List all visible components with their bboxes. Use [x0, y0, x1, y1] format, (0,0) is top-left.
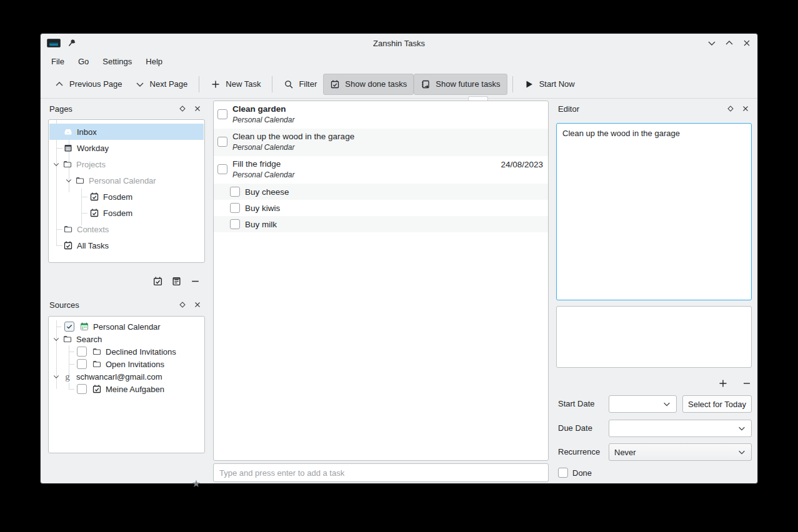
tree-item-label: Open Invitations	[106, 360, 164, 369]
task-title-editor[interactable]: Clean up the wood in the garage	[556, 123, 752, 300]
menu-go[interactable]: Go	[71, 54, 96, 69]
task-checkbox[interactable]	[230, 219, 240, 229]
due-date-combobox[interactable]	[609, 420, 752, 437]
titlebar[interactable]: Zanshin Tasks	[41, 34, 757, 52]
toolbar-separator	[199, 76, 199, 92]
source-item-personal-calendar[interactable]: Personal Calendar	[49, 320, 204, 333]
source-item-declined-invitations[interactable]: Declined Invitations	[49, 345, 204, 358]
star-icon: ★	[192, 478, 201, 490]
source-checkbox[interactable]	[77, 347, 87, 357]
select-for-today-button[interactable]: Select for Today	[682, 395, 752, 413]
add-context-button[interactable]	[171, 275, 182, 287]
filter-button[interactable]: Filter	[277, 74, 323, 94]
next-page-button[interactable]: Next Page	[129, 74, 194, 94]
plus-icon	[718, 378, 728, 388]
task-icon	[63, 240, 73, 250]
minimize-button[interactable]	[706, 37, 717, 49]
add-project-button[interactable]	[152, 275, 163, 287]
recurrence-combobox[interactable]: Never	[609, 443, 752, 461]
quick-add-task-input[interactable]	[213, 463, 549, 482]
default-source-button[interactable]: ★	[191, 478, 202, 489]
splitter-handle[interactable]	[468, 96, 488, 101]
sidebar-item-projects[interactable]: Projects	[49, 156, 204, 172]
sidebar-item-workday[interactable]: Workday	[49, 140, 204, 156]
source-item-open-invitations[interactable]: Open Invitations	[49, 358, 204, 370]
float-panel-icon[interactable]	[726, 104, 735, 113]
new-task-button[interactable]: New Task	[204, 74, 267, 94]
sidebar-item-inbox[interactable]: Inbox	[49, 124, 204, 140]
chevron-down-icon[interactable]	[52, 335, 60, 343]
task-row-buy-milk[interactable]: Buy milk	[214, 216, 548, 232]
folder-icon	[92, 359, 102, 369]
show-future-tasks-toggle[interactable]: Show future tasks	[414, 74, 507, 95]
start-now-button[interactable]: Start Now	[518, 74, 581, 94]
tree-item-label: schwancarl@gmail.com	[76, 372, 162, 382]
task-row-clean-garden[interactable]: Clean garden Personal Calendar	[214, 101, 548, 129]
task-checkbox[interactable]	[217, 137, 227, 147]
done-label: Done	[572, 468, 592, 478]
source-item-meine-aufgaben[interactable]: Meine Aufgaben	[49, 383, 204, 395]
task-checkbox[interactable]	[230, 203, 240, 213]
task-checkbox[interactable]	[217, 164, 227, 174]
pages-panel-title: Pages	[49, 104, 178, 114]
sidebar-item-fosdem-1[interactable]: Fosdem	[49, 189, 204, 205]
due-date-label: Due Date	[558, 423, 592, 433]
maximize-button[interactable]	[724, 37, 735, 49]
start-date-combobox[interactable]	[609, 395, 677, 413]
sidebar-item-all-tasks[interactable]: All Tasks	[49, 237, 204, 254]
float-panel-icon[interactable]	[178, 104, 187, 113]
tree-item-label: Personal Calendar	[93, 322, 161, 332]
task-description-editor[interactable]	[556, 306, 752, 368]
tree-item-label: Inbox	[77, 127, 97, 137]
folder-icon	[75, 175, 85, 185]
source-item-gmail-account[interactable]: g schwancarl@gmail.com	[49, 370, 204, 383]
pages-tree: Inbox Workday Projects Personal Calendar…	[48, 119, 205, 263]
close-button[interactable]	[741, 37, 752, 49]
source-checkbox[interactable]	[77, 384, 87, 394]
source-checkbox[interactable]	[77, 359, 87, 369]
note-icon	[171, 276, 182, 287]
menu-settings[interactable]: Settings	[96, 54, 139, 69]
chevron-down-icon	[662, 400, 671, 408]
task-icon	[89, 208, 99, 218]
close-panel-icon[interactable]	[193, 104, 202, 113]
calendar-check-icon	[330, 79, 340, 89]
task-subtitle: Personal Calendar	[232, 170, 501, 179]
chevron-down-icon[interactable]	[65, 177, 72, 184]
menu-help[interactable]: Help	[139, 54, 169, 69]
previous-page-button[interactable]: Previous Page	[48, 74, 129, 94]
task-row-fill-fridge[interactable]: Fill the fridge Personal Calendar 24/08/…	[214, 156, 548, 184]
source-item-search[interactable]: Search	[49, 333, 204, 345]
start-now-label: Start Now	[539, 79, 575, 89]
float-panel-icon[interactable]	[178, 300, 187, 309]
chevron-down-icon	[737, 424, 746, 433]
sidebar-item-contexts[interactable]: Contexts	[49, 221, 204, 237]
done-checkbox[interactable]	[558, 468, 568, 478]
tree-item-label: Fosdem	[103, 209, 132, 218]
remove-page-button[interactable]	[189, 275, 201, 287]
chevron-down-icon[interactable]	[52, 160, 60, 168]
chevron-down-icon	[135, 79, 145, 89]
show-done-tasks-toggle[interactable]: Show done tasks	[323, 74, 414, 95]
task-checkbox[interactable]	[230, 187, 240, 197]
task-icon	[89, 192, 99, 202]
task-row-clean-wood[interactable]: Clean up the wood in the garage Personal…	[214, 129, 548, 156]
next-page-label: Next Page	[150, 79, 188, 89]
pages-panel: Pages Inbox Workday	[44, 101, 207, 290]
previous-page-label: Previous Page	[69, 79, 122, 89]
sidebar-item-fosdem-2[interactable]: Fosdem	[49, 205, 204, 221]
remove-attachment-button[interactable]	[741, 378, 752, 389]
add-attachment-button[interactable]	[717, 378, 729, 389]
menubar: File Go Settings Help	[41, 52, 757, 70]
close-panel-icon[interactable]	[741, 104, 750, 113]
tree-item-label: Search	[76, 335, 102, 344]
menu-file[interactable]: File	[44, 54, 71, 69]
close-panel-icon[interactable]	[193, 300, 202, 309]
source-checkbox-checked[interactable]	[64, 322, 74, 332]
task-row-buy-kiwis[interactable]: Buy kiwis	[214, 200, 548, 216]
task-row-buy-cheese[interactable]: Buy cheese	[214, 184, 548, 200]
chevron-down-icon[interactable]	[52, 373, 60, 380]
task-checkbox[interactable]	[217, 109, 227, 119]
sources-panel: Sources Personal Calendar Search	[44, 297, 207, 481]
sidebar-item-personal-calendar[interactable]: Personal Calendar	[49, 172, 204, 189]
